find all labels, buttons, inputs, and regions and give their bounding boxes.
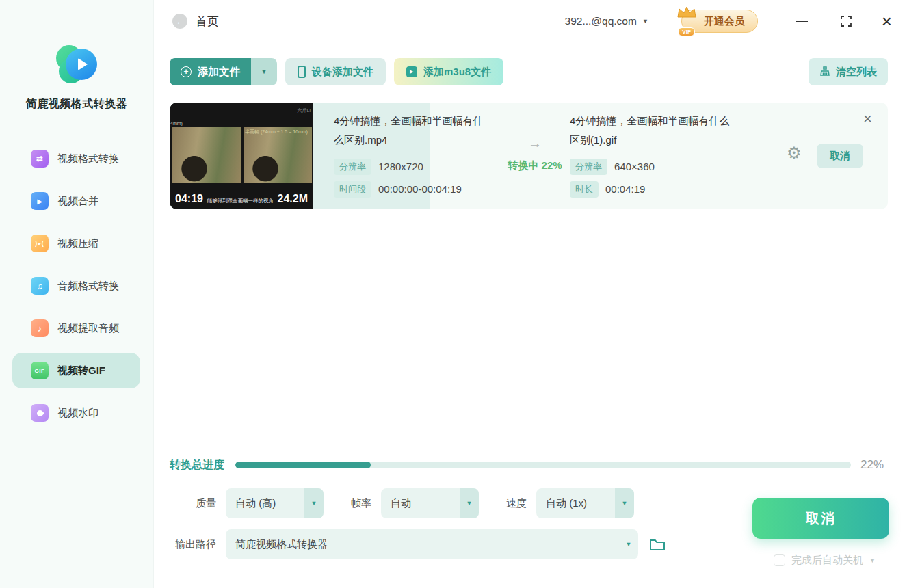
caret-down-icon: ▼ [619, 529, 638, 559]
sidebar-item-video-to-gif[interactable]: GIF 视频转GIF [0, 349, 153, 392]
target-filename: 4分钟搞懂，全画幅和半画幅有什么区别(1).gif [570, 111, 734, 150]
add-file-button[interactable]: + 添加文件 [170, 58, 251, 85]
remove-file-icon[interactable]: × [863, 111, 872, 126]
sidebar-item-audio-format-convert[interactable]: ♫ 音频格式转换 [0, 265, 153, 307]
bottom-panel: 转换总进度 22% 质量 自动 (高) ▼ 帧率 自动 ▼ [154, 451, 907, 588]
arrow-right-icon: → [504, 135, 566, 151]
conversion-status-text: 转换中 22% [504, 159, 566, 172]
vip-button-label: 开通会员 [704, 15, 745, 28]
app-window: 简鹿视频格式转换器 ⇄ 视频格式转换 ▶ 视频合并 )▸( 视频压缩 ♫ 音频格… [0, 0, 907, 588]
video-merge-icon: ▶ [31, 192, 49, 210]
logo-blue-circle [66, 49, 97, 80]
gear-icon[interactable]: ⚙ [787, 145, 802, 161]
app-title: 简鹿视频格式转换器 [0, 97, 153, 111]
conversion-status: → 转换中 22% [504, 103, 566, 209]
account-menu[interactable]: 392...@qq.com ▼ [565, 15, 648, 27]
framerate-select[interactable]: 自动 ▼ [381, 488, 479, 518]
sidebar-item-video-watermark[interactable]: 视频水印 [0, 392, 153, 434]
sidebar: 简鹿视频格式转换器 ⇄ 视频格式转换 ▶ 视频合并 )▸( 视频压缩 ♫ 音频格… [0, 0, 154, 588]
cancel-all-button[interactable]: 取消 [752, 498, 889, 539]
add-m3u8-label: 添加m3u8文件 [423, 66, 491, 79]
caret-down-icon: ▼ [304, 488, 324, 518]
caret-down-icon: ▼ [642, 18, 648, 25]
speed-value: 自动 (1x) [536, 488, 615, 518]
output-path-label: 输出路径 [170, 538, 216, 551]
framerate-value: 自动 [381, 488, 460, 518]
thumbnail-frame-right [244, 127, 312, 183]
caret-down-icon: ▼ [615, 488, 634, 518]
extract-audio-icon: ♪ [31, 319, 49, 337]
audio-format-convert-icon: ♫ [31, 277, 49, 295]
sidebar-item-video-compress[interactable]: )▸( 视频压缩 [0, 222, 153, 265]
sidebar-item-extract-audio[interactable]: ♪ 视频提取音频 [0, 307, 153, 349]
source-timerange-row: 时间段 00:00:00-00:04:19 [334, 181, 490, 198]
play-square-icon: ▶ [406, 66, 417, 77]
thumbnail-frame-left [172, 127, 241, 183]
file-row: 4mm) 半画幅 (24mm ÷ 1.5 = 16mm) 六斤Li 04:19 … [170, 103, 888, 209]
video-format-convert-icon: ⇄ [31, 150, 49, 168]
maximize-icon[interactable] [841, 16, 852, 27]
quality-value: 自动 (高) [226, 488, 304, 518]
device-add-label: 设备添加文件 [312, 66, 373, 79]
source-timerange-value: 00:00:00-00:04:19 [378, 183, 462, 195]
page-title: 首页 [196, 14, 219, 29]
row-cancel-button[interactable]: 取消 [817, 144, 863, 168]
add-m3u8-button[interactable]: ▶ 添加m3u8文件 [394, 58, 503, 85]
sidebar-item-video-merge[interactable]: ▶ 视频合并 [0, 180, 153, 222]
target-file-info: 4分钟搞懂，全画幅和半画幅有什么区别(1).gif 分辨率 640×360 时长… [570, 111, 734, 198]
total-progress-label: 转换总进度 [170, 458, 224, 472]
speed-label: 速度 [506, 497, 527, 510]
timerange-badge: 时间段 [334, 181, 371, 198]
auto-shutdown-checkbox[interactable] [774, 554, 785, 566]
vip-upgrade-button[interactable]: VIP 开通会员 [681, 10, 758, 33]
minimize-icon[interactable] [796, 21, 808, 22]
account-email: 392...@qq.com [565, 15, 637, 27]
auto-shutdown-option[interactable]: 完成后自动关机 ▼ [774, 554, 876, 567]
thumbnail-caption-right: 半画幅 (24mm ÷ 1.5 = 16mm) [245, 129, 308, 135]
folder-icon[interactable] [649, 537, 666, 551]
clear-list-button[interactable]: 清空列表 [809, 58, 888, 85]
source-filename: 4分钟搞懂，全画幅和半画幅有什么区别.mp4 [334, 111, 490, 150]
main-panel: ← 首页 392...@qq.com ▼ VIP 开通会员 [154, 0, 907, 588]
thumbnail-watermark: 六斤Li [298, 107, 311, 114]
source-resolution-row: 分辨率 1280x720 [334, 159, 490, 175]
plus-icon: + [181, 66, 192, 77]
clear-list-label: 清空列表 [836, 66, 877, 79]
progress-percent: 22% [860, 458, 884, 472]
source-file-info: 4分钟搞懂，全画幅和半画幅有什么区别.mp4 分辨率 1280x720 时间段 … [334, 111, 490, 198]
target-duration-row: 时长 00:04:19 [570, 181, 734, 198]
progress-bar [235, 462, 851, 468]
vip-tag: VIP [678, 27, 695, 36]
resolution-badge: 分辨率 [570, 159, 607, 175]
broom-icon [819, 66, 830, 79]
resolution-badge: 分辨率 [334, 159, 371, 175]
titlebar-right: 392...@qq.com ▼ VIP 开通会员 × [565, 10, 892, 33]
speed-select[interactable]: 自动 (1x) ▼ [536, 488, 634, 518]
add-file-dropdown-button[interactable]: ▼ [251, 58, 277, 85]
quality-select[interactable]: 自动 (高) ▼ [226, 488, 324, 518]
play-icon [78, 58, 88, 70]
caret-down-icon: ▼ [261, 68, 267, 75]
caret-down-icon: ▼ [460, 488, 479, 518]
water-drop-icon [36, 409, 44, 418]
total-progress-row: 转换总进度 22% [170, 451, 888, 479]
auto-shutdown-label: 完成后自动关机 [791, 554, 863, 567]
device-add-file-button[interactable]: 设备添加文件 [285, 58, 386, 85]
video-watermark-icon [31, 404, 49, 422]
progress-bar-fill [235, 462, 371, 468]
thumbnail-caption-left: 4mm) [170, 121, 183, 126]
duration-badge: 时长 [570, 181, 599, 198]
caret-down-icon: ▼ [869, 557, 876, 564]
phone-icon [298, 66, 306, 78]
app-logo-icon [55, 45, 98, 85]
close-icon[interactable]: × [882, 14, 892, 28]
output-path-select[interactable]: 简鹿视频格式转换器 ▼ [226, 529, 638, 559]
back-button[interactable]: ← [172, 14, 187, 29]
titlebar: ← 首页 392...@qq.com ▼ VIP 开通会员 [154, 0, 907, 42]
thumbnail-overlay-bar: 04:19 能够得到跟全画幅一样的视角 24.2M [175, 193, 308, 205]
thumbnail-duration: 04:19 [175, 193, 203, 205]
sidebar-item-video-format-convert[interactable]: ⇄ 视频格式转换 [0, 137, 153, 180]
add-file-split-button: + 添加文件 ▼ [170, 58, 277, 85]
target-duration-value: 00:04:19 [605, 183, 645, 195]
sidebar-menu: ⇄ 视频格式转换 ▶ 视频合并 )▸( 视频压缩 ♫ 音频格式转换 ♪ 视频提取… [0, 137, 153, 434]
